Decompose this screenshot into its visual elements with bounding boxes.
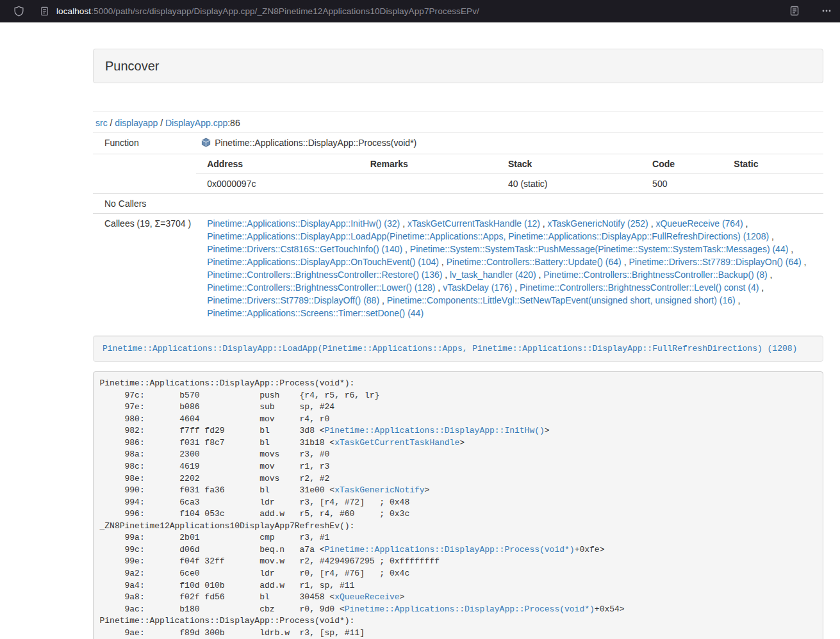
url-path: :5000/path/src/displayapp/DisplayApp.cpp… xyxy=(91,6,479,16)
symbol-link[interactable]: Pinetime::Applications::DisplayApp::Init… xyxy=(325,426,545,435)
page-actions-menu-icon[interactable] xyxy=(818,3,835,19)
function-row-label: Function xyxy=(93,133,196,154)
column-header-address: Address xyxy=(196,154,359,174)
breadcrumb-link-displayapp[interactable]: displayapp xyxy=(115,118,158,128)
function-table: Function Pinetime::Applications::Display… xyxy=(93,133,823,323)
symbol-link[interactable]: Pinetime::Applications::DisplayApp::Proc… xyxy=(325,545,575,554)
stack-value: 40 (static) xyxy=(497,174,641,193)
breadcrumb-line-number: :86 xyxy=(227,118,240,128)
function-details-row: Address Remarks Stack Code Static 0x0000… xyxy=(93,154,823,193)
callees-row: Callees (19, Σ=3704 ) Pinetime::Applicat… xyxy=(93,213,823,323)
details-header-row: Address Remarks Stack Code Static xyxy=(196,154,823,174)
page-info-icon[interactable] xyxy=(36,3,53,19)
reader-view-icon[interactable] xyxy=(786,3,803,19)
breadcrumb: src / displayapp / DisplayApp.cpp:86 xyxy=(95,117,823,130)
callee-link[interactable]: Pinetime::Applications::DisplayApp::OnTo… xyxy=(207,257,439,267)
callee-link[interactable]: xTaskGetCurrentTaskHandle (12) xyxy=(408,218,540,229)
callee-link[interactable]: Pinetime::Applications::Screens::Timer::… xyxy=(207,308,424,318)
page-title: Puncover xyxy=(105,58,811,74)
browser-chrome: localhost:5000/path/src/displayapp/Displ… xyxy=(0,0,840,22)
breadcrumb-link-src[interactable]: src xyxy=(95,118,108,128)
breadcrumb-separator: / xyxy=(108,118,115,128)
callee-link[interactable]: vTaskDelay (176) xyxy=(443,282,512,293)
callee-link[interactable]: Pinetime::Controllers::BrightnessControl… xyxy=(543,270,767,280)
column-header-remarks: Remarks xyxy=(359,154,497,174)
callee-link[interactable]: Pinetime::Controllers::Battery::Update()… xyxy=(447,257,622,267)
callees-label: Callees (19, Σ=3704 ) xyxy=(93,213,196,323)
function-details-table: Address Remarks Stack Code Static 0x0000… xyxy=(196,154,823,193)
highlighted-symbol-link[interactable]: Pinetime::Applications::DisplayApp::Load… xyxy=(103,344,797,353)
callee-link[interactable]: Pinetime::Controllers::BrightnessControl… xyxy=(207,270,442,280)
address-value: 0x0000097c xyxy=(196,174,359,193)
column-header-stack: Stack xyxy=(497,154,641,174)
code-value: 500 xyxy=(641,174,723,193)
column-header-code: Code xyxy=(641,154,723,174)
breadcrumb-separator: / xyxy=(158,118,165,128)
no-callers-row: No Callers xyxy=(93,193,823,213)
callee-link[interactable]: Pinetime::Drivers::St7789::DisplayOff() … xyxy=(207,295,379,305)
page-content: Puncover src / displayapp / DisplayApp.c… xyxy=(0,22,840,639)
no-callers-label: No Callers xyxy=(93,193,196,213)
callee-link[interactable]: Pinetime::System::SystemTask::PushMessag… xyxy=(410,244,789,254)
function-details-cell: Address Remarks Stack Code Static 0x0000… xyxy=(196,154,823,193)
callee-link[interactable]: xTaskGenericNotify (252) xyxy=(548,218,648,229)
function-name-cell: Pinetime::Applications::DisplayApp::Proc… xyxy=(196,133,823,154)
callee-link[interactable]: Pinetime::Controllers::BrightnessControl… xyxy=(207,282,435,293)
page-title-panel: Puncover xyxy=(93,49,823,83)
column-header-static: Static xyxy=(723,154,823,174)
callee-link[interactable]: xQueueReceive (764) xyxy=(655,218,743,229)
callees-list: Pinetime::Applications::DisplayApp::Init… xyxy=(196,213,823,323)
callee-link[interactable]: Pinetime::Drivers::Cst816S::GetTouchInfo… xyxy=(207,244,402,254)
details-data-row: 0x0000097c 40 (static) 500 xyxy=(196,174,823,193)
static-value xyxy=(723,174,823,193)
symbol-link[interactable]: xTaskGetCurrentTaskHandle xyxy=(334,438,459,448)
tracking-protection-shield-icon[interactable] xyxy=(10,3,27,19)
divider xyxy=(93,111,823,112)
callee-link[interactable]: Pinetime::Drivers::St7789::DisplayOn() (… xyxy=(629,257,801,267)
function-name: Pinetime::Applications::DisplayApp::Proc… xyxy=(215,138,416,148)
url-bar[interactable]: localhost:5000/path/src/displayapp/Displ… xyxy=(27,3,479,19)
callee-link[interactable]: Pinetime::Applications::DisplayApp::Init… xyxy=(207,218,400,229)
no-callers-cell xyxy=(196,193,823,213)
empty-label-cell xyxy=(93,154,196,193)
remarks-value xyxy=(359,174,497,193)
callee-link[interactable]: Pinetime::Applications::DisplayApp::Load… xyxy=(207,231,769,241)
function-cube-icon xyxy=(201,138,211,150)
breadcrumb-link-file[interactable]: DisplayApp.cpp xyxy=(165,118,227,128)
symbol-link[interactable]: xTaskGenericNotify xyxy=(334,485,424,495)
highlighted-symbol-box: Pinetime::Applications::DisplayApp::Load… xyxy=(93,336,823,362)
symbol-link[interactable]: xQueueReceive xyxy=(334,592,399,602)
url-host: localhost xyxy=(56,6,91,16)
symbol-link[interactable]: Pinetime::Applications::DisplayApp::Proc… xyxy=(345,604,595,614)
callee-link[interactable]: Pinetime::Controllers::BrightnessControl… xyxy=(520,282,759,293)
disassembly-code: Pinetime::Applications::DisplayApp::Proc… xyxy=(93,371,823,639)
callee-link[interactable]: lv_task_handler (420) xyxy=(450,270,536,280)
url-text[interactable]: localhost:5000/path/src/displayapp/Displ… xyxy=(56,6,479,16)
callee-link[interactable]: Pinetime::Components::LittleVgl::SetNewT… xyxy=(387,295,736,305)
function-row: Function Pinetime::Applications::Display… xyxy=(93,133,823,154)
